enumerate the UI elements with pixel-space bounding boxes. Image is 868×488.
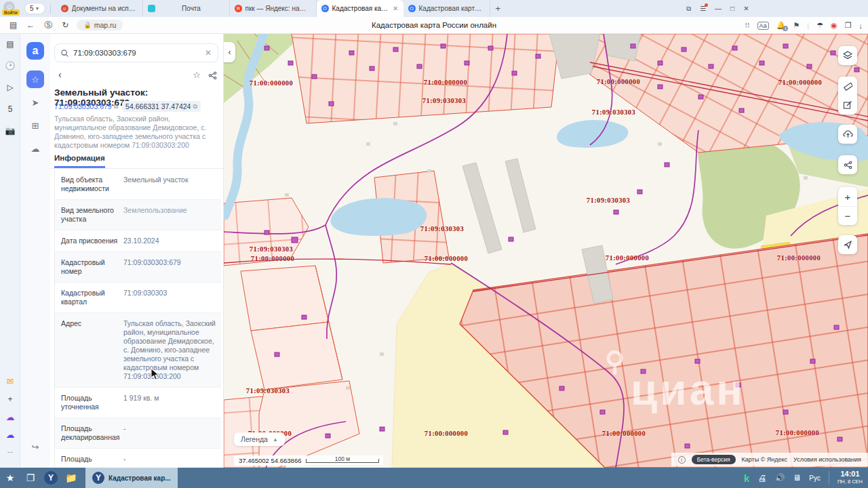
language-indicator[interactable]: Рус (809, 474, 821, 482)
screen: ☺ Войти 5 ▼ ☺ Документы на исполнен Почт… (0, 0, 868, 488)
table-row: Вид земельного участкаЗемлепользование (55, 200, 221, 230)
search-box[interactable]: ✕ (54, 43, 218, 62)
bookmark-icon[interactable]: ⚑ (793, 21, 800, 30)
reload-icon[interactable]: ↻ (62, 20, 68, 30)
clear-search-icon[interactable]: ✕ (205, 48, 212, 58)
coords-chip[interactable]: 54.666331 37.47424⧉ (122, 101, 201, 112)
cadastral-label: 71:00:000000 (425, 430, 468, 437)
cadastral-label: 71:00:000000 (424, 79, 467, 86)
kaspersky-tray-icon[interactable]: k (744, 472, 749, 484)
layers-button[interactable] (838, 46, 857, 65)
yandex-home-icon[interactable]: Ⓢ (44, 20, 52, 31)
yandex-browser-launcher-icon[interactable]: Y (41, 471, 61, 485)
search-icon (61, 49, 68, 57)
tabs-count-icon[interactable]: 5 (0, 104, 20, 114)
yandex-attribution[interactable]: Карты © Яндекс (742, 456, 788, 463)
cadastral-label: 71:00:000000 (778, 79, 822, 86)
info-icon[interactable]: i (678, 456, 686, 464)
tab-cadastral-map-active[interactable]: O Кадастровая карта Ро ✕ (317, 0, 403, 17)
add-icon[interactable]: + (0, 394, 20, 404)
video-icon[interactable]: ▷ (0, 83, 20, 92)
browser-menu-icon[interactable]: ☰ (700, 5, 706, 12)
favorite-star-icon[interactable]: ☆ (193, 70, 201, 80)
address-bar[interactable]: 🔒 map.ru (77, 20, 123, 30)
notifications-icon[interactable]: 🔔1 (776, 21, 786, 30)
divider (50, 168, 224, 169)
minimize-button[interactable]: — (715, 5, 722, 12)
cloud-button[interactable]: ☁ (26, 140, 44, 157)
cloud-app-icon[interactable]: ☁ (0, 430, 20, 440)
adblock-icon[interactable]: ☂ (816, 21, 823, 30)
tab-yandex-search[interactable]: Я пкк — Яндекс: нашлось (230, 0, 317, 17)
close-window-button[interactable]: ✕ (743, 5, 749, 12)
screenshot-icon[interactable]: 📷 (0, 126, 20, 136)
cadastral-label: 71:00:000000 (251, 255, 294, 262)
search-input[interactable] (73, 49, 200, 57)
disk-icon[interactable]: ☁ (0, 412, 20, 422)
history-icon[interactable]: 🕑 (0, 61, 20, 70)
legend-button[interactable]: Легенда▲ (234, 432, 285, 446)
active-task-button[interactable]: Y Кадастровая кар... (85, 468, 178, 488)
cadastral-label: 71:00:000000 (776, 429, 819, 436)
cadastral-label: 71:00:000000 (425, 255, 468, 262)
cadastral-map-canvas[interactable] (224, 34, 868, 468)
site-logo[interactable]: a (26, 42, 44, 60)
mail-icon[interactable]: ✉ (0, 376, 20, 386)
divider (50, 4, 51, 14)
cadastral-label: 71:09:030303 (592, 108, 635, 116)
upload-button[interactable] (838, 125, 857, 144)
copy-icon[interactable]: ⧉ (193, 103, 197, 110)
tab-mail[interactable]: Почта (143, 0, 230, 17)
translate-icon[interactable]: Аа (757, 22, 769, 30)
tab-information[interactable]: Информация (54, 154, 105, 168)
close-tab-icon[interactable]: ✕ (393, 5, 398, 12)
terms-link[interactable]: Условия использования (793, 456, 861, 463)
share-icon[interactable] (208, 70, 217, 83)
ruler-button[interactable] (838, 77, 857, 96)
pin-tool-button[interactable]: ➤ (26, 94, 44, 111)
zoom-in-button[interactable]: + (838, 187, 857, 206)
clock[interactable]: 14:01 ПН, 8 СЕН (837, 470, 863, 485)
panels-icon[interactable]: ▤ (0, 39, 20, 49)
printer-tray-icon[interactable]: 🖨 (757, 473, 766, 483)
profile-avatar[interactable]: ☺ Войти (3, 1, 18, 16)
login-badge: Войти (2, 9, 20, 16)
start-menu-icon[interactable]: ★ (0, 472, 20, 483)
share-map-button[interactable] (838, 155, 857, 174)
zoom-controls: + − (838, 187, 857, 225)
window-switcher-icon[interactable]: ❐ (20, 472, 41, 483)
tab-documents[interactable]: ☺ Документы на исполнен (56, 0, 143, 17)
cadastral-label: 71:00:000000 (597, 78, 640, 85)
cadastral-label: 71:00:000000 (777, 254, 821, 262)
maximize-button[interactable]: □ (730, 5, 734, 12)
side-panel-icon[interactable]: ▤ (9, 20, 17, 30)
tab-list-icon[interactable]: ⧉ (686, 5, 691, 13)
chevron-down-icon: ▼ (35, 6, 40, 11)
table-row: Площадь декларированная- (55, 418, 221, 449)
copy-icon[interactable]: ⧉ (114, 103, 118, 110)
tab-favicon: O (321, 5, 329, 12)
locate-button[interactable] (838, 235, 857, 254)
more-icon[interactable]: … (0, 447, 20, 454)
file-manager-icon[interactable]: 📁 (61, 472, 81, 483)
collapse-panel-button[interactable]: ‹ (224, 42, 235, 62)
avatar-sphere-icon[interactable]: ◉ (831, 21, 837, 30)
edit-button[interactable] (838, 96, 857, 115)
dialogs-icon[interactable]: ❐ (845, 21, 852, 30)
new-tab-button[interactable]: + (496, 3, 501, 14)
tab-favicon: O (408, 5, 416, 12)
zoom-out-button[interactable]: − (838, 206, 857, 225)
back-chevron-icon[interactable]: ‹ (58, 69, 62, 80)
devices-tray-icon[interactable]: 🖥 (793, 473, 801, 483)
select-area-button[interactable]: ⊞ (26, 117, 44, 134)
table-row: Дата присвоения23.10.2024 (55, 230, 221, 252)
exit-button[interactable]: ↪ (26, 438, 44, 455)
back-icon[interactable]: ← (26, 20, 35, 30)
volume-tray-icon[interactable]: 🔊 (774, 473, 785, 483)
downloads-icon[interactable]: ↓ (859, 22, 863, 30)
tab-cadastral-map-2[interactable]: O Кадастровая карта Росс (403, 0, 490, 17)
tab-counter[interactable]: 5 ▼ (25, 3, 45, 14)
extensions-icon[interactable]: ⁝⁝ (745, 21, 750, 30)
favorites-button[interactable]: ☆ (26, 70, 44, 88)
cadastral-number-link[interactable]: 71:09:030303:679⧉ (54, 102, 118, 110)
